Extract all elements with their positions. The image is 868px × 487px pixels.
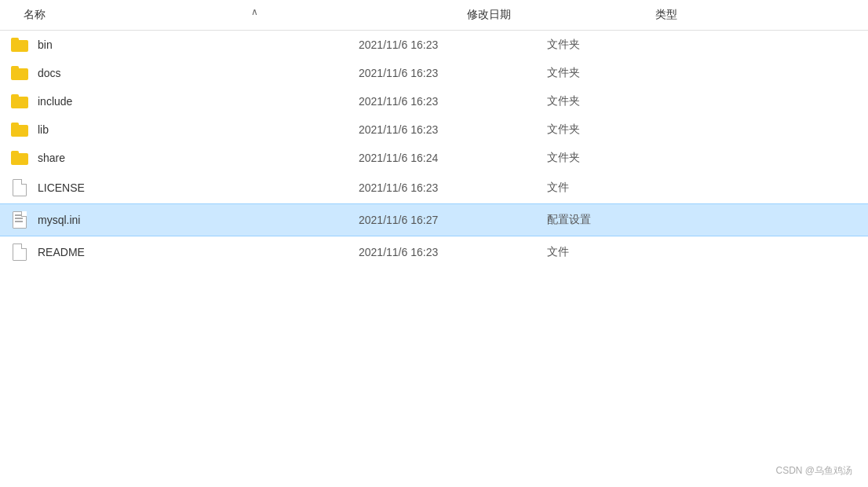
item-type: 文件夹 [547, 66, 868, 80]
item-date: 2021/11/6 16:24 [359, 152, 547, 164]
col-header-type[interactable]: 类型 [655, 8, 868, 22]
item-type: 文件 [547, 181, 868, 195]
item-type: 配置设置 [547, 213, 868, 227]
item-type: 文件夹 [547, 123, 868, 137]
folder-icon [11, 94, 28, 108]
item-name: LICENSE [31, 181, 359, 194]
folder-icon [11, 66, 28, 80]
folder-icon [11, 151, 28, 165]
file-icon [13, 179, 27, 196]
item-type: 文件夹 [547, 38, 868, 52]
column-headers: 名称 修改日期 类型 [0, 0, 868, 31]
folder-icon [11, 123, 28, 137]
list-item[interactable]: bin2021/11/6 16:23文件夹 [0, 31, 868, 59]
ini-file-icon [13, 211, 27, 229]
col-header-date[interactable]: 修改日期 [467, 8, 655, 22]
item-date: 2021/11/6 16:23 [359, 95, 547, 108]
list-item[interactable]: README2021/11/6 16:23文件 [0, 236, 868, 268]
item-type: 文件夹 [547, 151, 868, 165]
item-date: 2021/11/6 16:27 [359, 214, 547, 226]
item-name: mysql.ini [31, 214, 359, 226]
item-date: 2021/11/6 16:23 [359, 38, 547, 51]
item-name: docs [31, 67, 359, 79]
list-item[interactable]: docs2021/11/6 16:23文件夹 [0, 59, 868, 87]
file-explorer: ∧ 名称 修改日期 类型 bin2021/11/6 16:23文件夹docs20… [0, 0, 868, 487]
list-item[interactable]: LICENSE2021/11/6 16:23文件 [0, 172, 868, 203]
col-header-name[interactable]: 名称 [0, 8, 467, 22]
item-name: share [31, 152, 359, 164]
list-item[interactable]: share2021/11/6 16:24文件夹 [0, 144, 868, 172]
item-name: bin [31, 38, 359, 51]
list-item[interactable]: lib2021/11/6 16:23文件夹 [0, 115, 868, 144]
item-type: 文件 [547, 245, 868, 259]
item-date: 2021/11/6 16:23 [359, 246, 547, 258]
file-list: bin2021/11/6 16:23文件夹docs2021/11/6 16:23… [0, 31, 868, 268]
item-type: 文件夹 [547, 94, 868, 108]
item-name: include [31, 95, 359, 108]
sort-arrow[interactable]: ∧ [251, 6, 258, 17]
list-item[interactable]: mysql.ini2021/11/6 16:27配置设置 [0, 203, 868, 236]
item-date: 2021/11/6 16:23 [359, 67, 547, 79]
item-date: 2021/11/6 16:23 [359, 181, 547, 194]
item-date: 2021/11/6 16:23 [359, 123, 547, 136]
file-icon [13, 244, 27, 261]
folder-icon [11, 38, 28, 52]
watermark: CSDN @乌鱼鸡汤 [775, 464, 852, 478]
item-name: README [31, 246, 359, 258]
item-name: lib [31, 123, 359, 136]
list-item[interactable]: include2021/11/6 16:23文件夹 [0, 87, 868, 115]
